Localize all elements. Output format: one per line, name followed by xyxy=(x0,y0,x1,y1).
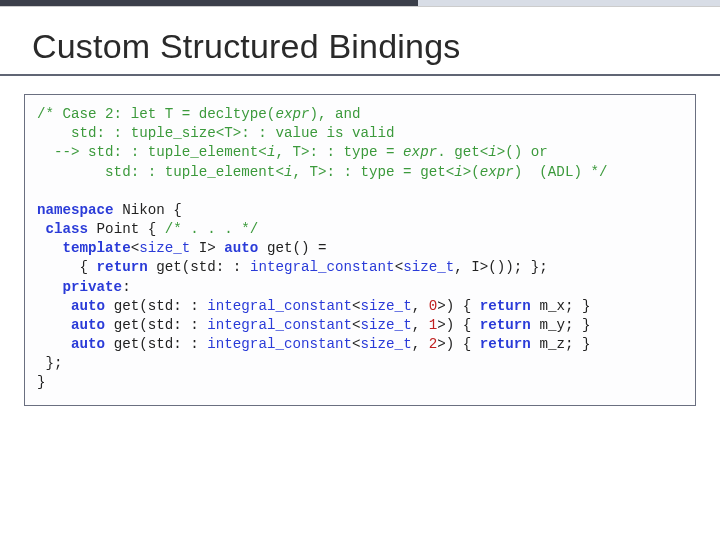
accent-dark xyxy=(0,0,418,6)
private-line: private: xyxy=(37,279,131,295)
ns-close: } xyxy=(37,374,46,390)
code-box: /* Case 2: let T = decltype(expr), and s… xyxy=(24,94,696,406)
accent-light xyxy=(418,0,720,6)
comment-line-4: std: : tuple_element<i, T>: : type = get… xyxy=(37,164,607,180)
slide-title: Custom Structured Bindings xyxy=(32,27,688,66)
get-1-line: auto get(std: : integral_constant<size_t… xyxy=(37,317,590,333)
template-line: template<size_t I> auto get() = xyxy=(37,240,327,256)
comment-line-2: std: : tuple_size<T>: : value is valid xyxy=(37,125,395,141)
comment-line-1: /* Case 2: let T = decltype(expr), and xyxy=(37,106,361,122)
class-close: }; xyxy=(37,355,63,371)
get-0-line: auto get(std: : integral_constant<size_t… xyxy=(37,298,590,314)
comment-line-3: --> std: : tuple_element<i, T>: : type =… xyxy=(37,144,548,160)
template-body: { return get(std: : integral_constant<si… xyxy=(37,259,548,275)
class-line: class Point { /* . . . */ xyxy=(37,221,258,237)
get-2-line: auto get(std: : integral_constant<size_t… xyxy=(37,336,590,352)
ns-line: namespace Nikon { xyxy=(37,202,182,218)
title-block: Custom Structured Bindings xyxy=(0,7,720,76)
top-accent-bar xyxy=(0,0,720,7)
